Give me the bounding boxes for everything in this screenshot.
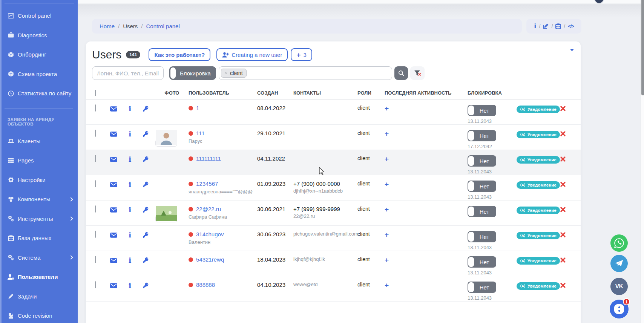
delete-icon[interactable] [560,155,573,163]
notification-badge[interactable]: Уведомление [517,232,560,239]
add-role-icon[interactable]: + [385,256,397,263]
sidebar-item-diagnostics[interactable]: Diagnostics [0,26,78,45]
info-icon[interactable]: i [129,156,131,163]
sidebar-item-users[interactable]: Пользователи [0,267,78,287]
database-icon[interactable] [555,23,561,29]
mail-icon[interactable] [110,156,117,162]
row-checkbox[interactable] [95,281,96,288]
row-checkbox[interactable] [95,180,96,187]
block-toggle[interactable]: Нет [468,181,496,192]
block-toggle[interactable]: Нет [468,130,496,141]
notification-badge[interactable]: Уведомление [517,106,560,113]
username-link[interactable]: 314chugov [196,231,224,237]
create-user-button[interactable]: Creating a new user [216,48,288,61]
row-checkbox[interactable] [95,231,96,238]
info-icon[interactable]: i [534,23,536,29]
block-toggle[interactable]: Нет [468,206,496,217]
user-photo[interactable] [155,139,177,147]
mail-icon[interactable] [110,283,117,289]
search-button[interactable] [394,66,408,80]
breadcrumb-home[interactable]: Home [100,23,115,29]
delete-icon[interactable] [560,282,573,289]
mail-icon[interactable] [110,207,117,213]
notification-badge[interactable]: Уведомление [517,156,560,164]
username-link[interactable]: 22@22.ru [196,206,221,212]
info-icon[interactable]: i [129,105,131,112]
key-icon[interactable] [143,156,149,162]
whatsapp-button[interactable] [610,234,628,252]
key-icon[interactable] [143,131,149,137]
info-icon[interactable]: i [129,181,131,188]
info-icon[interactable]: i [129,206,131,213]
block-toggle[interactable]: Нет [468,231,496,242]
telegram-button[interactable] [610,255,628,272]
add-role-icon[interactable]: + [385,282,397,289]
notification-badge[interactable]: Уведомление [517,282,560,290]
clear-filters-button[interactable] [410,66,425,80]
sidebar-item-settings[interactable]: Настройки [0,170,78,190]
user-photo[interactable] [155,215,177,222]
mail-icon[interactable] [110,106,117,112]
mail-icon[interactable] [110,257,117,263]
chat-widget-button[interactable]: 1 [610,300,629,318]
add-role-icon[interactable]: + [385,181,397,188]
info-icon[interactable]: i [129,231,131,239]
more-actions-button[interactable]: +3 [291,48,312,61]
key-icon[interactable] [143,207,149,213]
search-input[interactable] [92,66,164,80]
block-filter-button[interactable]: Блокировка [169,66,216,80]
sidebar-item-control-panel[interactable]: Control panel [0,6,78,26]
username-link[interactable]: 1234567 [196,181,218,187]
mail-icon[interactable] [110,182,117,188]
chevron-down-icon[interactable] [570,49,574,51]
key-icon[interactable] [143,257,149,263]
username-link[interactable]: 1 [196,105,199,111]
username-link[interactable]: 888888 [196,282,215,288]
notification-badge[interactable]: Уведомление [517,181,560,189]
sidebar-item-code-revision[interactable]: Code revision [0,306,78,323]
sidebar-item-onboarding[interactable]: Онбординг [0,45,78,64]
block-toggle[interactable]: Нет [468,256,496,268]
tag-filter-box[interactable]: client [219,66,392,80]
info-icon[interactable]: i [129,257,131,264]
key-icon[interactable] [143,181,149,188]
delete-icon[interactable] [560,105,573,113]
sidebar-item-tools[interactable]: Инструменты [0,209,78,229]
username-link[interactable]: 111111111 [196,155,221,162]
notification-badge[interactable]: Уведомление [517,207,560,214]
sidebar-item-clients[interactable]: Клиенты [0,132,78,151]
edit-icon[interactable] [543,23,549,29]
delete-icon[interactable] [560,130,573,138]
row-checkbox[interactable] [95,104,96,112]
username-link[interactable]: 111 [196,130,205,136]
username-link[interactable]: 54321rewq [196,256,224,263]
key-icon[interactable] [143,282,149,289]
sidebar-item-database[interactable]: База данных [0,228,78,248]
scrollbar-thumb[interactable] [641,0,644,95]
row-checkbox[interactable] [95,155,96,162]
delete-icon[interactable] [560,206,573,214]
row-checkbox[interactable] [95,130,96,137]
sidebar-item-components[interactable]: Компоненты [0,190,78,209]
how-it-works-button[interactable]: Как это работает? [149,48,210,61]
filter-chip-client[interactable]: client [221,69,247,78]
vk-button[interactable]: VK [610,278,628,295]
sidebar-item-pages[interactable]: Pages [0,151,78,170]
add-role-icon[interactable]: + [385,155,397,162]
mail-icon[interactable] [110,232,117,238]
page-scrollbar[interactable] [641,0,644,323]
sidebar-item-site-statistics[interactable]: Статистика по сайту [0,84,78,103]
sidebar-item-project-schema[interactable]: Схема проекта [0,64,78,84]
add-role-icon[interactable]: + [385,231,397,238]
remove-tag-icon[interactable] [225,72,228,75]
notification-badge[interactable]: Уведомление [517,257,560,265]
code-icon[interactable]: </> [568,23,574,29]
block-toggle[interactable]: Нет [468,105,496,116]
delete-icon[interactable] [560,256,573,264]
info-icon[interactable]: i [129,282,131,289]
breadcrumb-control-panel[interactable]: Control panel [146,23,180,29]
mail-icon[interactable] [110,131,117,137]
sidebar-item-tasks[interactable]: Задачи [0,287,78,306]
row-checkbox[interactable] [95,256,96,263]
sidebar-item-system[interactable]: Система [0,248,78,268]
